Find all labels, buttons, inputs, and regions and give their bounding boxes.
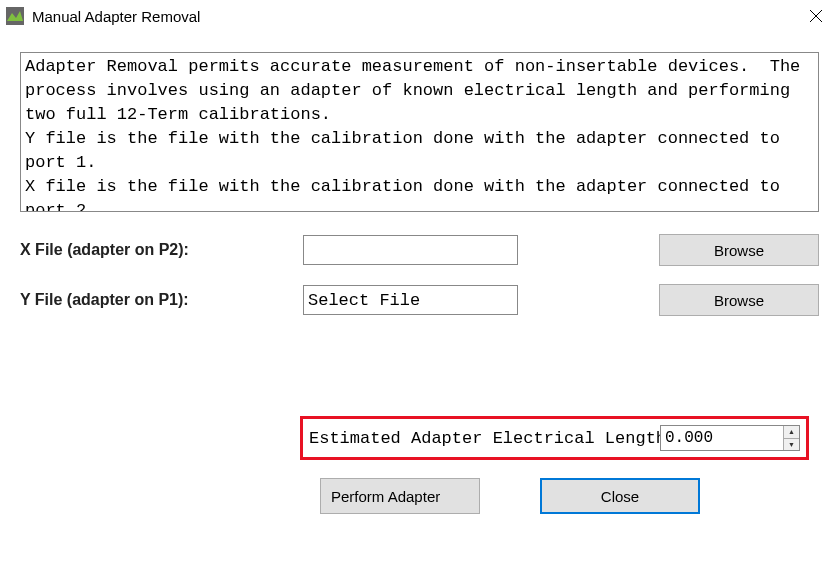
xfile-row: X File (adapter on P2): Browse	[20, 234, 819, 266]
xfile-browse-button[interactable]: Browse	[659, 234, 819, 266]
estimated-length-spinner[interactable]: ▲ ▼	[660, 425, 800, 451]
window-title: Manual Adapter Removal	[32, 8, 793, 25]
yfile-input[interactable]	[303, 285, 518, 315]
window-close-button[interactable]	[793, 0, 839, 32]
bottom-button-row: Perform Adapter Close	[320, 478, 819, 514]
estimated-length-row: Estimated Adapter Electrical Length (ps …	[300, 416, 809, 460]
description-textarea[interactable]	[20, 52, 819, 212]
yfile-label: Y File (adapter on P1):	[20, 291, 285, 309]
yfile-row: Y File (adapter on P1): Browse	[20, 284, 819, 316]
perform-adapter-button[interactable]: Perform Adapter	[320, 478, 480, 514]
xfile-input[interactable]	[303, 235, 518, 265]
xfile-label: X File (adapter on P2):	[20, 241, 285, 259]
spinner-up-button[interactable]: ▲	[784, 426, 799, 439]
app-icon	[6, 7, 24, 25]
spinner-down-button[interactable]: ▼	[784, 439, 799, 451]
estimated-length-label: Estimated Adapter Electrical Length (ps	[309, 429, 666, 448]
content-area: X File (adapter on P2): Browse Y File (a…	[0, 32, 839, 514]
yfile-browse-button[interactable]: Browse	[659, 284, 819, 316]
spinner-buttons: ▲ ▼	[783, 426, 799, 450]
close-icon	[810, 10, 822, 22]
close-button[interactable]: Close	[540, 478, 700, 514]
estimated-length-input[interactable]	[661, 426, 783, 450]
titlebar: Manual Adapter Removal	[0, 0, 839, 32]
